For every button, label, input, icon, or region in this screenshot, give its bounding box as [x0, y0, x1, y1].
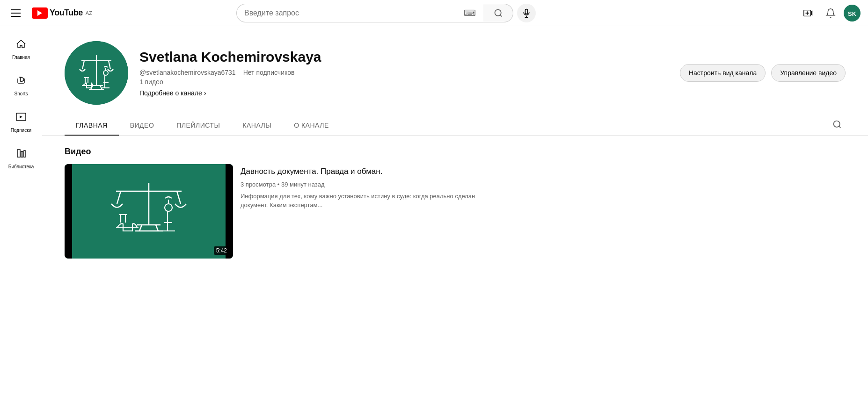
video-card: 5:42 Давность документа. Правда и обман.… — [65, 164, 486, 259]
video-thumbnail[interactable]: 5:42 — [65, 164, 233, 259]
logo[interactable]: YouTubeAZ — [32, 7, 92, 19]
svg-point-0 — [495, 9, 501, 15]
channel-avatar-image — [65, 41, 128, 105]
channel-header: Svetlana Kochemirovskaya @svetlanakochem… — [42, 26, 868, 116]
youtube-logo-icon — [32, 7, 48, 19]
notifications-button[interactable] — [821, 4, 840, 22]
video-meta: 3 просмотра • 39 минут назад — [241, 181, 486, 188]
svg-line-33 — [839, 126, 841, 128]
sidebar-item-subscriptions[interactable]: Подписки — [0, 105, 42, 139]
channel-nav-home[interactable]: ГЛАВНАЯ — [65, 116, 119, 136]
video-duration: 5:42 — [214, 246, 229, 255]
header-left: YouTubeAZ — [7, 6, 101, 21]
search-input-wrapper: ⌨ — [236, 4, 483, 22]
main-content: Svetlana Kochemirovskaya @svetlanakochem… — [42, 26, 868, 410]
home-icon — [15, 38, 27, 52]
sidebar-label-library: Библиотека — [8, 164, 34, 169]
video-time: 39 минут назад — [281, 181, 325, 188]
mic-button[interactable] — [517, 4, 536, 22]
channel-videos-count: 1 видео — [139, 78, 669, 86]
channel-meta: @svetlanakochemirovskaya6731 Нет подписч… — [139, 69, 669, 76]
layout: Главная Shorts Подписки — [0, 26, 868, 410]
channel-name: Svetlana Kochemirovskaya — [139, 49, 669, 65]
sidebar-item-shorts[interactable]: Shorts — [0, 68, 42, 103]
video-meta-separator: • — [277, 181, 281, 188]
bell-icon — [825, 8, 836, 18]
section-title: Видео — [65, 147, 846, 157]
sidebar-item-library[interactable]: Библиотека — [0, 141, 42, 176]
svg-rect-13 — [17, 150, 20, 157]
thumbnail-image — [65, 164, 233, 259]
account-button[interactable]: SK — [844, 5, 861, 22]
channel-info: Svetlana Kochemirovskaya @svetlanakochem… — [139, 49, 669, 97]
library-icon — [15, 148, 27, 161]
thumbnail-right-bar — [226, 164, 233, 259]
search-input[interactable] — [244, 9, 464, 17]
channel-handle: @svetlanakochemirovskaya6731 — [139, 69, 236, 76]
subscriptions-icon — [15, 111, 27, 125]
search-area: ⌨ — [236, 4, 536, 22]
sidebar: Главная Shorts Подписки — [0, 26, 42, 410]
video-views: 3 просмотра — [241, 181, 276, 188]
sidebar-label-shorts: Shorts — [15, 91, 28, 96]
channel-nav-about[interactable]: О КАНАЛЕ — [283, 116, 340, 136]
keyboard-icon[interactable]: ⌨ — [464, 8, 476, 18]
svg-rect-15 — [24, 151, 25, 157]
svg-rect-14 — [21, 151, 23, 157]
channel-nav-playlists[interactable]: ПЛЕЙЛИСТЫ — [165, 116, 231, 136]
create-icon — [803, 8, 813, 18]
sidebar-item-home[interactable]: Главная — [0, 32, 42, 66]
channel-content: Видео — [42, 136, 868, 270]
svg-marker-12 — [20, 115, 22, 118]
svg-point-32 — [834, 121, 840, 127]
channel-actions: Настроить вид канала Управление видео — [680, 64, 846, 82]
header: YouTubeAZ ⌨ — [0, 0, 868, 26]
logo-text: YouTube — [50, 8, 83, 18]
thumbnail-left-bar — [65, 164, 72, 259]
channel-subscribers: Нет подписчиков — [243, 69, 295, 76]
svg-text:SK: SK — [848, 10, 857, 17]
sidebar-label-subscriptions: Подписки — [11, 128, 31, 133]
channel-nav-videos[interactable]: ВИДЕО — [119, 116, 166, 136]
mic-icon — [522, 8, 531, 18]
search-button[interactable] — [483, 4, 513, 22]
chevron-right-icon: › — [204, 89, 206, 97]
video-info: Давность документа. Правда и обман. 3 пр… — [241, 164, 486, 259]
channel-nav: ГЛАВНАЯ ВИДЕО ПЛЕЙЛИСТЫ КАНАЛЫ О КАНАЛЕ — [42, 116, 868, 136]
customize-channel-button[interactable]: Настроить вид канала — [680, 64, 766, 82]
svg-line-1 — [500, 14, 502, 16]
create-button[interactable] — [799, 4, 817, 22]
channel-nav-channels[interactable]: КАНАЛЫ — [231, 116, 283, 136]
manage-videos-button[interactable]: Управление видео — [771, 64, 846, 82]
search-form: ⌨ — [236, 4, 513, 22]
shorts-icon — [15, 75, 27, 88]
header-right: SK — [799, 4, 861, 22]
channel-avatar — [65, 41, 128, 105]
search-icon — [494, 8, 503, 18]
video-description: Информация для тех, кому важно установит… — [241, 192, 486, 210]
avatar-icon: SK — [846, 7, 859, 20]
video-title[interactable]: Давность документа. Правда и обман. — [241, 166, 486, 177]
channel-more-link[interactable]: Подробнее о канале › — [139, 89, 669, 97]
logo-region: AZ — [86, 10, 92, 16]
sidebar-label-home: Главная — [12, 55, 30, 60]
svg-rect-2 — [525, 9, 528, 14]
menu-button[interactable] — [7, 6, 24, 21]
channel-search-icon[interactable] — [829, 116, 846, 135]
